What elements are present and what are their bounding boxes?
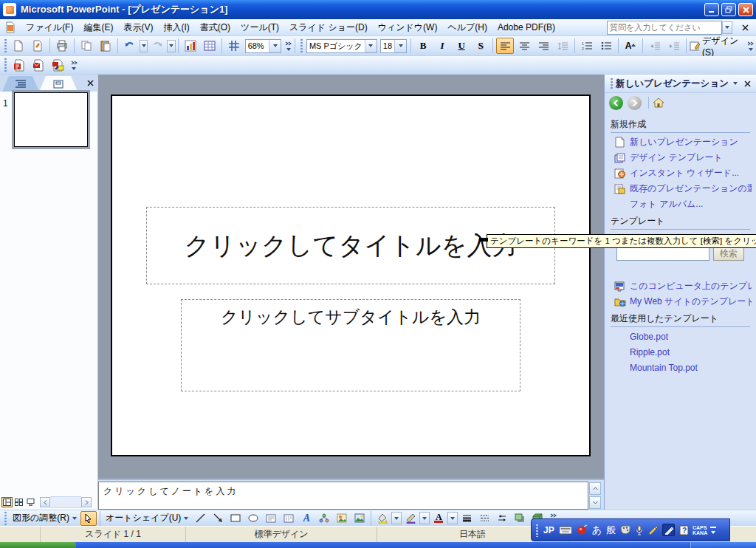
menu-view[interactable]: 表示(V) [118, 19, 158, 36]
scroll-right-icon[interactable] [81, 497, 92, 507]
pen-tool-button[interactable] [662, 524, 675, 536]
show-grid-button[interactable] [225, 38, 243, 54]
help-button[interactable]: ? [679, 525, 689, 535]
diagram-button[interactable] [316, 511, 332, 526]
restore-button[interactable] [721, 3, 736, 16]
task-pane-grip[interactable] [610, 78, 614, 89]
shadow-style-button[interactable] [512, 511, 528, 526]
input-language-button[interactable]: JP [543, 525, 554, 535]
slide-sorter-view-button[interactable] [13, 497, 24, 507]
toolbar-options-button[interactable] [746, 38, 755, 54]
convert-to-pdf-review-button[interactable] [49, 57, 66, 73]
open-button[interactable] [29, 38, 47, 54]
font-name-combo[interactable]: MS Pゴシック [306, 39, 377, 53]
link-recent-template-mountain[interactable]: Mountain Top.pot [630, 361, 752, 374]
link-design-template[interactable]: デザイン テンプレート [614, 151, 752, 164]
question-dropdown-button[interactable] [722, 21, 732, 34]
slideshow-view-button[interactable] [25, 497, 36, 507]
link-from-existing[interactable]: 既存のプレゼンテーションの選択... [614, 182, 752, 195]
bold-button[interactable]: B [414, 38, 432, 54]
scroll-left-icon[interactable] [40, 497, 50, 507]
align-center-button[interactable] [515, 38, 533, 54]
numbering-button[interactable]: 12 [578, 38, 596, 54]
font-color-dropdown[interactable] [447, 512, 458, 524]
slide-thumbnail[interactable] [14, 92, 88, 147]
undo-button[interactable] [121, 38, 139, 54]
menu-edit[interactable]: 編集(E) [78, 19, 118, 36]
vertical-text-box-button[interactable] [281, 511, 297, 526]
ime-mode-icon[interactable] [577, 524, 588, 535]
back-button[interactable] [609, 96, 623, 110]
font-size-dropdown[interactable] [394, 40, 406, 52]
home-button[interactable] [651, 97, 666, 108]
clip-art-button[interactable] [334, 511, 350, 526]
normal-view-button[interactable] [1, 497, 13, 507]
hiragana-mode-button[interactable]: あ [592, 524, 602, 537]
search-button[interactable]: 検索 [713, 247, 744, 261]
language-bar-grip[interactable] [535, 524, 539, 537]
caps-indicator[interactable]: CAPS [693, 525, 707, 530]
link-photo-album[interactable]: フォト アルバム... [630, 198, 752, 210]
notes-scrollbar[interactable] [589, 482, 601, 509]
select-objects-button[interactable] [80, 511, 97, 526]
dash-style-button[interactable] [476, 511, 492, 526]
notes-placeholder[interactable]: クリックしてノートを入力 [98, 482, 588, 510]
insert-picture-button[interactable] [351, 511, 368, 526]
line-tool-button[interactable] [192, 511, 208, 526]
minimize-language-bar-icon[interactable] [710, 527, 716, 528]
start-button[interactable] [0, 542, 76, 548]
microphone-icon[interactable] [636, 525, 643, 535]
tab-outline[interactable] [2, 76, 39, 92]
design-button[interactable]: デザイン(S) [690, 38, 744, 54]
close-pane-button[interactable] [85, 78, 96, 89]
scroll-up-icon[interactable] [589, 482, 601, 495]
rectangle-tool-button[interactable] [227, 511, 244, 526]
menu-insert[interactable]: 挿入(I) [158, 19, 194, 36]
wordart-button[interactable]: A [298, 511, 315, 526]
redo-dropdown[interactable] [167, 40, 175, 52]
text-shadow-button[interactable]: S [472, 38, 489, 54]
align-left-button[interactable] [496, 38, 514, 54]
horizontal-scrollbar[interactable] [40, 496, 92, 508]
italic-button[interactable]: I [433, 38, 451, 54]
increase-indent-button[interactable] [665, 38, 683, 54]
conversion-mode-button[interactable]: 般 [606, 524, 616, 537]
font-color-button[interactable]: A [430, 511, 447, 526]
oval-tool-button[interactable] [245, 511, 261, 526]
forward-button[interactable] [628, 96, 642, 110]
underline-button[interactable]: U [453, 38, 470, 54]
close-document-button[interactable] [738, 21, 752, 34]
kana-indicator[interactable]: KANA [693, 530, 707, 535]
insert-table-button[interactable] [201, 38, 219, 54]
menu-help[interactable]: ヘルプ(H) [442, 19, 492, 36]
new-button[interactable] [10, 38, 27, 54]
task-pane-menu-button[interactable] [729, 78, 741, 89]
language-bar-options-icon[interactable] [711, 531, 715, 534]
link-recent-template-ripple[interactable]: Ripple.pot [630, 346, 752, 358]
question-input[interactable] [607, 21, 722, 35]
align-right-button[interactable] [535, 38, 552, 54]
line-spacing-button[interactable] [554, 38, 571, 54]
convert-to-pdf-email-button[interactable] [30, 57, 47, 73]
zoom-dropdown[interactable] [269, 40, 281, 52]
keyboard-icon[interactable] [559, 526, 572, 535]
template-search-input[interactable] [616, 247, 709, 261]
toolbar-options-button[interactable] [69, 57, 79, 73]
link-recent-template-globe[interactable]: Globe.pot [630, 330, 752, 343]
redo-button[interactable] [148, 38, 166, 54]
decrease-indent-button[interactable] [646, 38, 664, 54]
increase-font-button[interactable]: A [622, 38, 639, 54]
menu-slideshow[interactable]: スライド ショー(D) [284, 19, 373, 36]
fill-color-dropdown[interactable] [391, 512, 402, 524]
print-button[interactable] [53, 38, 71, 54]
handwriting-icon[interactable] [647, 525, 658, 535]
line-color-dropdown[interactable] [419, 512, 430, 524]
line-style-button[interactable] [458, 511, 475, 526]
menu-window[interactable]: ウィンドウ(W) [373, 19, 443, 36]
scroll-down-icon[interactable] [589, 496, 601, 509]
zoom-combo[interactable]: 68% [245, 39, 281, 53]
link-autocontent-wizard[interactable]: インスタント ウィザード... [614, 167, 752, 179]
arrow-tool-button[interactable] [210, 511, 226, 526]
slide-canvas[interactable]: クリックしてタイトルを入力 クリックしてサブタイトルを入力 [111, 95, 591, 456]
arrow-style-button[interactable] [494, 511, 510, 526]
